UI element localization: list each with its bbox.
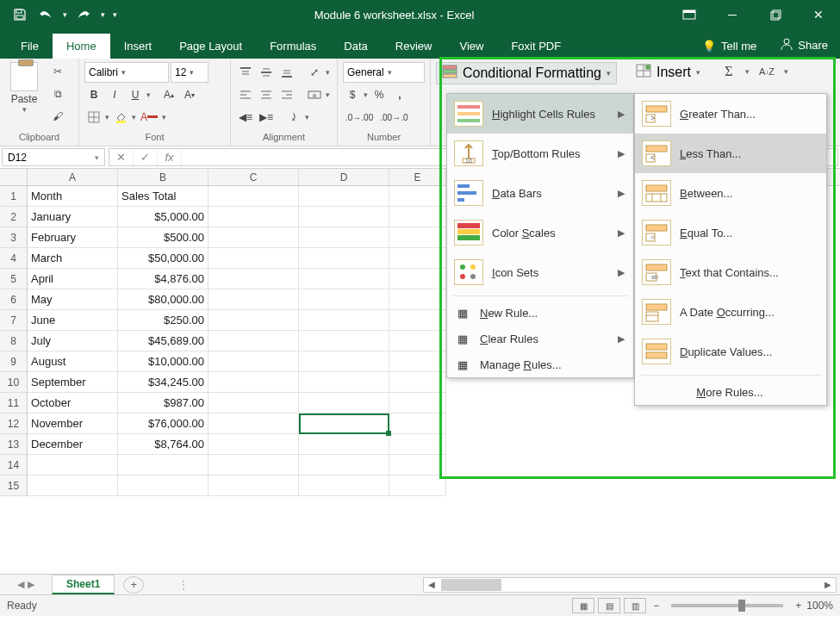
- cell[interactable]: September: [28, 372, 118, 393]
- decrease-indent-icon[interactable]: ◀≡: [236, 108, 255, 127]
- cell[interactable]: [299, 434, 389, 455]
- redo-icon[interactable]: [71, 3, 96, 27]
- normal-view-icon[interactable]: ▦: [572, 598, 594, 613]
- cell[interactable]: [299, 310, 389, 331]
- row-header[interactable]: 7: [0, 310, 28, 331]
- cell[interactable]: $50,000.00: [118, 248, 208, 269]
- row-header[interactable]: 13: [0, 434, 28, 455]
- menu-text-contains[interactable]: ab Text that Contains...: [635, 252, 826, 292]
- menu-color-scales[interactable]: Color Scales ▶: [447, 213, 633, 252]
- zoom-in-icon[interactable]: +: [795, 600, 801, 612]
- align-top-icon[interactable]: [236, 63, 255, 82]
- cell[interactable]: [389, 269, 446, 289]
- decrease-font-icon[interactable]: A▾: [180, 85, 199, 104]
- menu-greater-than[interactable]: > Greater Than...: [635, 94, 826, 134]
- cell[interactable]: $4,876.00: [118, 269, 208, 289]
- percent-format-icon[interactable]: %: [370, 85, 389, 104]
- menu-equal-to[interactable]: = Equal To...: [635, 213, 826, 252]
- cell[interactable]: [389, 331, 446, 351]
- page-break-view-icon[interactable]: ▥: [624, 598, 646, 613]
- undo-dropdown-icon[interactable]: ▾: [59, 3, 71, 27]
- cell[interactable]: February: [28, 227, 118, 248]
- row-header[interactable]: 2: [0, 207, 28, 227]
- maximize-icon[interactable]: [754, 0, 797, 29]
- close-icon[interactable]: ✕: [797, 0, 840, 29]
- sort-filter-icon[interactable]: A↓Z: [756, 62, 777, 81]
- redo-dropdown-icon[interactable]: ▾: [96, 3, 109, 27]
- bold-button[interactable]: B: [84, 85, 103, 104]
- font-size-combo[interactable]: 12▾: [171, 62, 208, 83]
- cell[interactable]: $8,764.00: [118, 434, 208, 455]
- col-header-a[interactable]: A: [28, 169, 118, 185]
- sheet-tab-sheet1[interactable]: Sheet1: [52, 575, 115, 594]
- row-header[interactable]: 8: [0, 331, 28, 351]
- cell[interactable]: $500.00: [118, 227, 208, 248]
- zoom-value[interactable]: 100%: [806, 600, 833, 612]
- accounting-format-icon[interactable]: $: [343, 85, 362, 104]
- cell[interactable]: [389, 372, 446, 393]
- cell[interactable]: $80,000.00: [118, 289, 208, 310]
- increase-indent-icon[interactable]: ▶≡: [257, 108, 276, 127]
- row-header[interactable]: 1: [0, 186, 28, 207]
- save-icon[interactable]: [7, 3, 33, 27]
- cell[interactable]: October: [28, 393, 118, 413]
- cell[interactable]: [118, 476, 208, 496]
- tab-page-layout[interactable]: Page Layout: [165, 34, 256, 59]
- cell[interactable]: [299, 289, 389, 310]
- horizontal-scrollbar[interactable]: ◀ ▶: [423, 577, 837, 593]
- align-left-icon[interactable]: [236, 85, 255, 104]
- menu-manage-rules[interactable]: ▦ Manage Rules...: [447, 351, 633, 377]
- cancel-icon[interactable]: ✕: [109, 149, 134, 165]
- row-header[interactable]: 10: [0, 372, 28, 393]
- orientation-icon[interactable]: ⤢: [305, 63, 324, 82]
- cell[interactable]: [208, 351, 299, 372]
- autosum-icon[interactable]: Σ: [719, 62, 738, 81]
- row-header[interactable]: 6: [0, 289, 28, 310]
- conditional-formatting-button[interactable]: Conditional Formatting ▾: [436, 62, 617, 84]
- cell[interactable]: [299, 227, 389, 248]
- borders-icon[interactable]: [84, 108, 103, 127]
- cell[interactable]: January: [28, 207, 118, 227]
- cell[interactable]: [299, 413, 389, 434]
- menu-less-than[interactable]: < Less Than...: [635, 134, 826, 173]
- cell[interactable]: April: [28, 269, 118, 289]
- number-format-combo[interactable]: General▾: [343, 62, 425, 83]
- menu-duplicate-values[interactable]: Duplicate Values...: [635, 332, 826, 371]
- menu-between[interactable]: Between...: [635, 173, 826, 213]
- cell[interactable]: [299, 393, 389, 413]
- increase-decimal-icon[interactable]: .0→.00: [343, 108, 376, 127]
- col-header-e[interactable]: E: [389, 169, 446, 185]
- cell[interactable]: [208, 186, 299, 207]
- cell[interactable]: $987.00: [118, 393, 208, 413]
- select-all-corner[interactable]: [0, 169, 28, 185]
- cell[interactable]: [389, 434, 446, 455]
- cell[interactable]: [299, 351, 389, 372]
- align-center-icon[interactable]: [257, 85, 276, 104]
- tab-insert[interactable]: Insert: [110, 34, 166, 59]
- cell[interactable]: Sales Total: [118, 186, 208, 207]
- cell[interactable]: $10,000.00: [118, 351, 208, 372]
- cell[interactable]: [389, 248, 446, 269]
- tab-foxit-pdf[interactable]: Foxit PDF: [497, 34, 575, 59]
- cell[interactable]: [389, 207, 446, 227]
- row-header[interactable]: 11: [0, 393, 28, 413]
- cell[interactable]: [389, 186, 446, 207]
- col-header-c[interactable]: C: [208, 169, 299, 185]
- menu-data-bars[interactable]: Data Bars ▶: [447, 173, 633, 213]
- cell[interactable]: [389, 351, 446, 372]
- cell[interactable]: [208, 289, 299, 310]
- cell[interactable]: [208, 372, 299, 393]
- tab-home[interactable]: Home: [53, 34, 110, 59]
- font-name-combo[interactable]: Calibri▾: [84, 62, 169, 83]
- scroll-right-icon[interactable]: ▶: [820, 580, 836, 589]
- cell[interactable]: March: [28, 248, 118, 269]
- cell[interactable]: [389, 455, 446, 476]
- tab-file[interactable]: File: [7, 34, 53, 59]
- scrollbar-thumb[interactable]: [441, 579, 501, 591]
- cell[interactable]: [208, 434, 299, 455]
- tab-data[interactable]: Data: [330, 34, 381, 59]
- cell[interactable]: $5,000.00: [118, 207, 208, 227]
- cell[interactable]: [118, 455, 208, 476]
- cell[interactable]: Month: [28, 186, 118, 207]
- tab-formulas[interactable]: Formulas: [256, 34, 330, 59]
